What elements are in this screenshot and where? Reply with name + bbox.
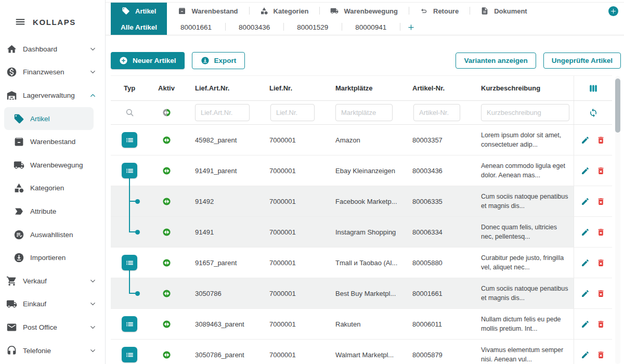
delete-icon[interactable] <box>596 197 605 206</box>
table-row-child[interactable]: 3050786 7000001 Best Buy Marketpl... 800… <box>111 278 612 309</box>
plus-icon <box>610 8 617 15</box>
sidebar-item-telefonie[interactable]: Telefonie <box>0 339 105 362</box>
tab-kategorien[interactable]: Kategorien <box>249 3 320 19</box>
filter-kurzbeschreibung-input[interactable] <box>481 104 569 121</box>
headset-icon <box>6 345 17 356</box>
filter-artikel-nr-input[interactable] <box>413 104 460 121</box>
chevron-down-icon <box>89 347 97 355</box>
sidebar-item-lagerverwaltung[interactable]: Lagerverwaltung <box>0 84 105 107</box>
delete-icon[interactable] <box>596 166 605 175</box>
cell-kurzbeschreibung: Vivamus elementum semper nisi. Aenean vu… <box>471 345 574 364</box>
cell-marktplaetze: Walmart Marketpl... <box>325 351 403 359</box>
sidebar-item-dashboard[interactable]: Dashboard <box>0 37 105 61</box>
archive-box-icon <box>14 136 24 147</box>
search-icon[interactable] <box>125 108 135 118</box>
table-row[interactable]: 91491_parent 7000001 Ebay Kleinanzeigen … <box>111 155 612 186</box>
column-header-artikel-nr: Artikel-Nr. <box>403 84 471 92</box>
sidebar-item-warenbestand[interactable]: Warenbestand <box>0 130 105 153</box>
edit-icon[interactable] <box>581 289 590 298</box>
table-row-child[interactable]: 91492 7000001 Facebook Marketp... 800063… <box>111 186 612 217</box>
cell-artikel-nr: 80006335 <box>403 198 471 205</box>
edit-icon[interactable] <box>581 320 590 329</box>
tab-artikel[interactable]: Artikel <box>111 3 167 19</box>
sidebar-item-verkauf[interactable]: Verkauf <box>0 269 105 293</box>
edit-icon[interactable] <box>581 350 590 359</box>
column-header-aktiv: Aktiv <box>148 84 185 92</box>
sidebar-item-post-office[interactable]: Post Office <box>0 316 105 339</box>
table-row[interactable]: 45982_parent 7000001 Amazon 80003357 Lor… <box>111 125 612 155</box>
sidebar-item-auswahllisten[interactable]: Auswahllisten <box>0 223 105 246</box>
edit-icon[interactable] <box>581 166 590 175</box>
cell-lief-art-nr: 91657_parent <box>185 259 260 267</box>
return-arrow-icon <box>420 7 428 15</box>
sidebar-item-artikel[interactable]: Artikel <box>4 107 94 131</box>
cell-marktplaetze: Ebay Kleinanzeigen <box>325 167 403 175</box>
edit-icon[interactable] <box>581 228 590 237</box>
chevron-down-icon <box>89 277 97 285</box>
tab-warenbewegung[interactable]: Warenbewegung <box>319 3 409 19</box>
delete-icon[interactable] <box>596 136 605 145</box>
table-row[interactable]: 3050786_parent 7000001 Walmart Marketpl.… <box>111 340 612 364</box>
filter-marktplaetze-input[interactable] <box>335 104 393 121</box>
cell-lief-art-nr: 45982_parent <box>185 136 260 144</box>
tab-warenbestand[interactable]: Warenbestand <box>167 3 249 19</box>
type-list-icon[interactable] <box>122 316 137 332</box>
delete-icon[interactable] <box>596 258 605 267</box>
filter-lief-art-nr-input[interactable] <box>195 104 250 121</box>
add-tab-button[interactable] <box>608 6 618 16</box>
sidebar-item-finanzwesen[interactable]: Finanzwesen <box>0 61 105 84</box>
type-list-icon[interactable] <box>122 132 137 148</box>
edit-icon[interactable] <box>581 136 590 145</box>
cell-kurzbeschreibung: Cum sociis natoque penatibus et magnis d… <box>471 284 574 303</box>
sidebar-item-kategorien[interactable]: Kategorien <box>0 177 105 200</box>
chevron-down-icon <box>89 300 97 308</box>
new-article-button[interactable]: Neuer Artikel <box>111 52 185 69</box>
sidebar-item-importieren[interactable]: Importieren <box>0 246 105 269</box>
subtab-alle-artikel[interactable]: Alle Artikel <box>111 19 167 35</box>
subtab-article[interactable]: 80003436 <box>225 19 283 35</box>
type-list-icon[interactable] <box>122 255 137 270</box>
export-button[interactable]: Export <box>192 52 245 69</box>
delete-icon[interactable] <box>596 350 605 359</box>
refresh-icon[interactable] <box>589 108 598 118</box>
delete-icon[interactable] <box>596 228 605 237</box>
cell-lief-art-nr: 3089463_parent <box>185 320 260 328</box>
sidebar-item-attribute[interactable]: Attribute <box>0 200 105 223</box>
table-row[interactable]: 3089463_parent 7000001 Rakuten 80006011 … <box>111 309 612 340</box>
table-row[interactable]: 91657_parent 7000001 Tmall и Taobao (Al.… <box>111 248 612 278</box>
sidebar-item-einkauf[interactable]: Einkauf <box>0 293 105 316</box>
filter-lief-nr-input[interactable] <box>270 104 315 121</box>
app-logo-text: KOLLAPS <box>33 18 76 27</box>
active-status-icon <box>162 289 171 298</box>
type-list-icon[interactable] <box>122 163 137 178</box>
add-subtab-button[interactable] <box>400 19 422 35</box>
type-list-icon[interactable] <box>122 347 137 362</box>
tab-retoure[interactable]: Retoure <box>409 3 470 19</box>
subtab-article[interactable]: 80001661 <box>167 19 225 35</box>
hamburger-menu-icon[interactable] <box>15 16 26 28</box>
table-row-child[interactable]: 91491 7000001 Instagram Shopping 8000633… <box>111 217 612 248</box>
cell-artikel-nr: 80001661 <box>403 290 471 297</box>
sidebar-item-warenbewegung[interactable]: Warenbewegung <box>0 153 105 177</box>
edit-icon[interactable] <box>581 258 590 267</box>
show-variants-button[interactable]: Varianten anzeigen <box>456 53 536 69</box>
subtab-article[interactable]: 80000941 <box>342 19 400 35</box>
active-filter-toggle-icon[interactable] <box>162 108 171 117</box>
tab-dokument[interactable]: Dokument <box>470 3 538 19</box>
truck-icon <box>330 7 339 15</box>
tree-connector <box>129 178 130 186</box>
subtab-article[interactable]: 80001529 <box>283 19 342 35</box>
cell-kurzbeschreibung: Cum sociis natoque penatibus et magnis d… <box>471 192 574 211</box>
module-tabbar: Artikel Warenbestand Kategorien Warenbew… <box>106 2 624 20</box>
tree-connector-dot <box>135 199 140 204</box>
unchecked-articles-button[interactable]: Ungeprüfte Artikel <box>543 53 621 69</box>
edit-icon[interactable] <box>581 197 590 206</box>
delete-icon[interactable] <box>596 289 605 298</box>
plus-icon <box>407 23 415 31</box>
chevron-down-icon <box>89 45 97 53</box>
delete-icon[interactable] <box>596 320 605 329</box>
cell-lief-nr: 7000001 <box>260 290 325 297</box>
column-settings-icon[interactable] <box>588 83 599 94</box>
scrollbar-thumb[interactable] <box>615 79 620 133</box>
truck-icon <box>14 160 24 171</box>
